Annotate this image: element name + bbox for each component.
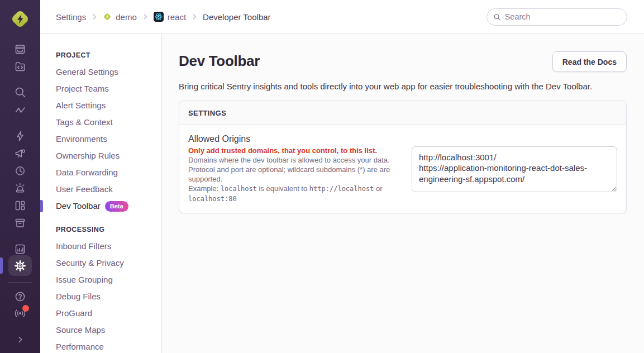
allowed-origins-example: Example: localhost is equivalent to http… xyxy=(188,184,396,204)
breadcrumb-chevron-icon xyxy=(91,13,98,21)
rail-releases[interactable] xyxy=(0,127,40,144)
main-content: Dev Toolbar Read the Docs Bring critical… xyxy=(162,34,644,353)
rail-replays[interactable] xyxy=(0,163,40,179)
rail-stats[interactable] xyxy=(0,214,40,231)
rail-settings[interactable] xyxy=(8,255,32,276)
react-project-avatar-icon xyxy=(154,12,164,22)
content-header: Dev Toolbar Read the Docs xyxy=(179,51,627,72)
sidebar-item-alert-settings[interactable]: Alert Settings xyxy=(40,97,161,114)
sidebar-item-project-teams[interactable]: Project Teams xyxy=(40,80,161,97)
allowed-origins-help: Domains where the dev toolbar is allowed… xyxy=(188,155,396,184)
lightning-icon xyxy=(14,130,26,142)
settings-panel-body: Allowed Origins Only add trusted domains… xyxy=(179,125,626,213)
breadcrumb-label: Settings xyxy=(56,12,86,22)
search-explore-icon xyxy=(14,86,26,98)
bar-chart-icon xyxy=(14,243,26,255)
page-title: Dev Toolbar xyxy=(179,51,260,70)
example-or-text: or xyxy=(376,184,383,193)
rail-divider xyxy=(8,282,32,283)
rail-alerts[interactable] xyxy=(0,180,40,197)
org-demo-avatar-icon xyxy=(103,12,112,21)
sidebar-item-performance[interactable]: Performance xyxy=(40,338,161,353)
example-code-localhost-80: localhost:80 xyxy=(188,195,237,203)
example-prefix: Example: xyxy=(188,184,218,193)
chevron-right-icon xyxy=(15,335,25,345)
sidebar-item-general-settings[interactable]: General Settings xyxy=(40,64,161,80)
help-line-1: Domains where the dev toolbar is allowed… xyxy=(188,156,390,164)
allowed-origins-control: http://localhost:3001/ https://applicati… xyxy=(412,134,617,204)
allowed-origins-field-info: Allowed Origins Only add trusted domains… xyxy=(188,134,396,204)
rail-dashboards[interactable] xyxy=(0,197,40,214)
rail-help[interactable] xyxy=(0,288,40,305)
breadcrumb-label: Developer Toolbar xyxy=(203,12,270,22)
breadcrumb-chevron-icon xyxy=(191,13,198,21)
sidebar-item-security-privacy[interactable]: Security & Privacy xyxy=(40,255,161,271)
breadcrumb-chevron-icon xyxy=(142,13,149,21)
page-description: Bring critical Sentry insights and tools… xyxy=(179,82,627,91)
megaphone-icon xyxy=(14,147,26,159)
gear-icon xyxy=(14,260,26,272)
beta-badge: Beta xyxy=(105,201,128,212)
sidebar-item-data-forwarding[interactable]: Data Forwarding xyxy=(40,164,161,181)
example-code-http-localhost: http://localhost xyxy=(309,185,374,193)
sidebar-item-debug-files[interactable]: Debug Files xyxy=(40,288,161,305)
search-icon xyxy=(493,13,501,21)
breadcrumb-current-page: Developer Toolbar xyxy=(203,12,270,22)
sidebar-item-dev-toolbar[interactable]: Dev ToolbarBeta xyxy=(40,198,161,214)
help-circle-icon xyxy=(14,290,26,303)
breadcrumb-org-demo[interactable]: demo xyxy=(103,12,137,22)
sidebar-heading-processing: PROCESSING xyxy=(40,221,161,238)
help-line-2: Protocol and port are optional; wildcard… xyxy=(188,165,390,183)
allowed-origins-textarea[interactable]: http://localhost:3001/ https://applicati… xyxy=(412,146,617,192)
sidebar-item-label: Dev Toolbar xyxy=(56,201,101,211)
sentry-org-logo[interactable] xyxy=(9,8,31,30)
settings-panel-header: SETTINGS xyxy=(179,101,626,125)
settings-panel: SETTINGS Allowed Origins Only add truste… xyxy=(179,101,627,213)
search-box xyxy=(486,8,627,26)
example-code-localhost: localhost xyxy=(221,185,257,193)
notification-dot xyxy=(22,305,29,312)
breadcrumb-project-react[interactable]: react xyxy=(154,12,186,22)
sidebar-item-tags-context[interactable]: Tags & Context xyxy=(40,114,161,131)
siren-icon xyxy=(14,182,26,194)
breadcrumb-label: react xyxy=(168,12,186,22)
archive-box-icon xyxy=(14,217,26,229)
rail-feedback[interactable] xyxy=(0,145,40,161)
rail-explore[interactable] xyxy=(0,84,40,101)
rail-issues[interactable] xyxy=(0,41,40,58)
allowed-origins-label: Allowed Origins xyxy=(188,134,396,144)
projects-folder-icon xyxy=(14,60,26,73)
sidebar-item-inbound-filters[interactable]: Inbound Filters xyxy=(40,238,161,255)
sidebar-item-environments[interactable]: Environments xyxy=(40,131,161,147)
breadcrumb-settings[interactable]: Settings xyxy=(56,12,86,22)
rail-collapse[interactable] xyxy=(0,331,40,348)
rail-performance[interactable] xyxy=(0,102,40,118)
sidebar-item-issue-grouping[interactable]: Issue Grouping xyxy=(40,271,161,288)
sidebar-item-ownership-rules[interactable]: Ownership Rules xyxy=(40,147,161,164)
breadcrumb: Settings demo react xyxy=(56,12,271,22)
rail-active-indicator xyxy=(0,257,3,274)
nav-rail xyxy=(0,0,40,353)
rail-projects[interactable] xyxy=(0,58,40,75)
settings-sidebar: PROJECT General Settings Project Teams A… xyxy=(40,34,162,353)
sidebar-item-user-feedback[interactable]: User Feedback xyxy=(40,181,161,198)
sidebar-item-source-maps[interactable]: Source Maps xyxy=(40,322,161,338)
allowed-origins-warning: Only add trusted domains, that you contr… xyxy=(188,146,396,155)
breadcrumb-label: demo xyxy=(116,12,137,22)
read-the-docs-button[interactable]: Read the Docs xyxy=(552,51,627,72)
clock-history-icon xyxy=(14,165,26,177)
example-mid-text: is equivalent to xyxy=(259,184,307,193)
org-avatar-icon xyxy=(9,8,31,30)
issues-icon xyxy=(14,43,26,55)
rail-broadcast[interactable] xyxy=(0,305,40,322)
topbar: Settings demo react xyxy=(40,0,644,34)
search-input[interactable] xyxy=(505,12,621,21)
sidebar-heading-project: PROJECT xyxy=(40,47,161,64)
pulse-icon xyxy=(14,104,26,116)
sidebar-item-proguard[interactable]: ProGuard xyxy=(40,305,161,322)
dashboards-icon xyxy=(14,199,26,212)
